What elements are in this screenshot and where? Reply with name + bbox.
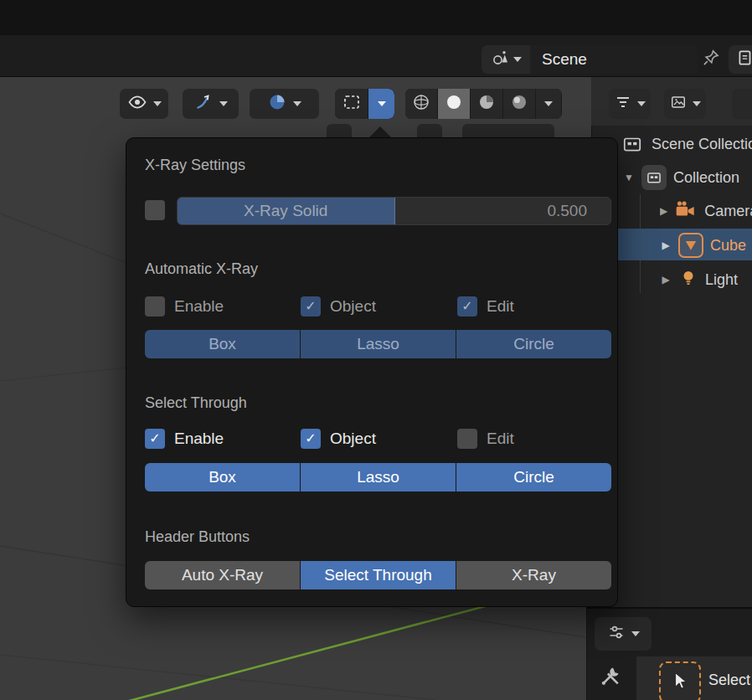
outliner-row-light[interactable]: ▶ Light	[660, 265, 752, 295]
checkbox-select-through-object[interactable]: ✓ Object	[301, 429, 376, 449]
select-through-lasso-button[interactable]: Lasso	[301, 463, 456, 492]
chevron-down-icon	[219, 101, 228, 106]
xray-settings-popover: X-Ray Settings X-Ray Solid 0.500 Automat…	[126, 137, 618, 607]
properties-sliders-icon	[607, 623, 626, 645]
visibility-dropdown[interactable]	[120, 89, 168, 119]
select-through-toggle-dropdown[interactable]	[250, 89, 319, 119]
checkbox-box: ✓	[457, 296, 477, 317]
section-title-header-buttons: Header Buttons	[145, 528, 250, 546]
checkbox-box: ✓	[301, 429, 321, 449]
scene-browse-button[interactable]	[482, 45, 530, 74]
chevron-down-icon	[513, 57, 522, 62]
row-label: Light	[705, 271, 738, 289]
blender-window: Scene	[0, 0, 752, 700]
editor-type-dropdown[interactable]	[595, 617, 652, 651]
checkbox-box	[145, 296, 165, 317]
checkbox-xray-solid[interactable]	[145, 200, 165, 220]
shading-material-button[interactable]	[471, 89, 502, 119]
expand-arrow-icon[interactable]: ▶	[660, 239, 672, 251]
checkbox-auto-xray-object[interactable]: ✓ Object	[301, 296, 376, 317]
checkbox-box: ✓	[145, 429, 165, 449]
section-title-automatic-xray: Automatic X-Ray	[145, 260, 258, 278]
cursor-arrow-icon	[669, 670, 691, 695]
outliner-row-collection[interactable]: ▼ Collection	[623, 162, 752, 193]
xray-settings-chevron-button[interactable]	[368, 89, 394, 119]
shading-wireframe-button[interactable]	[405, 89, 437, 119]
outliner-row-camera[interactable]: ▶ Camera	[660, 196, 752, 226]
dashed-box-icon	[342, 92, 362, 116]
outliner-filter-dropdown[interactable]	[609, 89, 651, 119]
wireframe-sphere-icon	[412, 93, 430, 115]
scene-collection-icon	[620, 131, 645, 157]
header-select-through-button[interactable]: Select Through	[301, 561, 456, 589]
header-buttons-group: Auto X-Ray Select Through X-Ray	[145, 561, 611, 589]
shading-solid-button[interactable]	[438, 89, 470, 119]
slider-value: 0.500	[547, 198, 587, 224]
shading-rendered-button[interactable]	[503, 89, 535, 119]
header-xray-button[interactable]: X-Ray	[456, 561, 611, 589]
header-auto-xray-button[interactable]: Auto X-Ray	[145, 561, 300, 589]
pie-circle-icon	[267, 92, 287, 116]
checkbox-box: ✓	[301, 296, 321, 317]
chevron-down-icon	[631, 631, 640, 636]
slider-label: X-Ray Solid	[178, 198, 394, 224]
auto-xray-box-button[interactable]: Box	[145, 330, 300, 358]
chevron-down-icon	[293, 101, 301, 106]
new-page-icon	[736, 49, 752, 70]
row-label: Collection	[673, 169, 739, 187]
pin-button[interactable]	[700, 49, 722, 70]
scene-name-text: Scene	[542, 50, 587, 69]
pin-icon	[702, 49, 720, 70]
select-through-mode-buttons: Box Lasso Circle	[145, 463, 611, 492]
collection-box-icon	[641, 165, 667, 190]
popover-arrow	[369, 126, 391, 137]
checkbox-label: Enable	[174, 430, 224, 448]
curved-arrow-icon	[193, 92, 214, 116]
solid-sphere-icon	[445, 93, 463, 115]
collapse-arrow-icon[interactable]: ▼	[623, 172, 635, 183]
chevron-down-icon	[378, 101, 386, 106]
chevron-down-icon	[544, 101, 553, 106]
active-tool-label: Select Box	[708, 672, 752, 689]
xray-solid-slider[interactable]: X-Ray Solid 0.500	[177, 197, 611, 225]
outliner-row-scene-collection[interactable]: Scene Collection	[620, 129, 752, 159]
outliner-extra-button[interactable]	[732, 89, 752, 119]
row-label: Cube	[710, 237, 746, 255]
tool-tab[interactable]	[598, 663, 623, 692]
scene-icon	[491, 49, 509, 70]
xray-toggle-button[interactable]	[335, 89, 368, 119]
chevron-down-icon	[693, 101, 701, 106]
select-through-circle-button[interactable]: Circle	[456, 463, 611, 492]
popover-title: X-Ray Settings	[145, 157, 245, 174]
image-icon	[670, 94, 687, 114]
checkbox-label: Object	[330, 430, 376, 448]
checkbox-select-through-enable[interactable]: ✓ Enable	[145, 429, 224, 449]
tool-wrench-icon	[598, 677, 623, 691]
active-tool-button[interactable]	[659, 661, 701, 700]
auto-xray-checkbox-row: Enable ✓ Object ✓ Edit	[145, 296, 611, 318]
checkbox-auto-xray-edit[interactable]: ✓ Edit	[457, 296, 514, 317]
outliner-row-cube[interactable]: ▶ Cube	[660, 230, 752, 260]
select-through-box-button[interactable]: Box	[145, 463, 300, 492]
row-label: Camera	[704, 203, 752, 220]
checkbox-label: Enable	[174, 297, 224, 316]
expand-arrow-icon[interactable]: ▶	[660, 274, 672, 286]
checkbox-select-through-edit[interactable]: Edit	[457, 429, 514, 449]
auto-xray-lasso-button[interactable]: Lasso	[301, 330, 456, 358]
auto-xray-circle-button[interactable]: Circle	[456, 330, 611, 358]
shading-dropdown-button[interactable]	[536, 89, 561, 119]
material-sphere-icon	[477, 93, 496, 115]
expand-arrow-icon[interactable]: ▶	[660, 205, 667, 217]
auto-xray-mode-buttons: Box Lasso Circle	[145, 330, 611, 358]
light-bulb-icon	[678, 268, 698, 292]
filter-icon	[615, 94, 631, 114]
row-label: Scene Collection	[652, 136, 752, 153]
outliner-display-dropdown[interactable]	[664, 89, 706, 119]
section-title-select-through: Select Through	[145, 394, 247, 412]
checkbox-auto-xray-enable[interactable]: Enable	[145, 296, 224, 317]
chevron-down-icon	[153, 101, 162, 106]
scene-name-field[interactable]: Scene	[530, 45, 698, 74]
shading-mode-group	[405, 89, 562, 119]
auto-xray-toggle-dropdown[interactable]	[183, 89, 239, 119]
new-scene-button[interactable]	[729, 45, 752, 74]
